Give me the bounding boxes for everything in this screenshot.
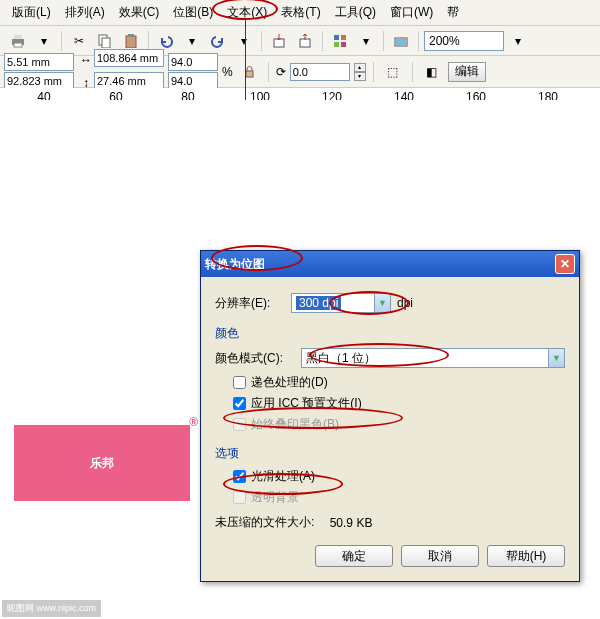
- transparent-bg-checkbox: 透明背景: [233, 489, 565, 506]
- menu-window[interactable]: 窗口(W): [384, 2, 439, 23]
- watermark: 昵图网 www.nipic.com: [2, 600, 101, 617]
- app-dropdown[interactable]: ▾: [354, 30, 378, 52]
- menu-effects[interactable]: 效果(C): [113, 2, 166, 23]
- overprint-black-checkbox: 始终叠印黑色(B): [233, 416, 565, 433]
- svg-rect-11: [334, 42, 339, 47]
- chevron-down-icon[interactable]: ▼: [374, 294, 390, 312]
- import-button[interactable]: [267, 30, 291, 52]
- svg-rect-2: [14, 43, 22, 47]
- selected-bitmap-object[interactable]: 乐邦 ®: [14, 425, 190, 501]
- separator: [412, 62, 413, 82]
- dialog-titlebar[interactable]: 转换为位图 ✕: [201, 251, 579, 277]
- bitmap-tool-button[interactable]: ◧: [420, 61, 444, 83]
- svg-rect-8: [300, 39, 310, 47]
- dialog-title: 转换为位图: [205, 256, 265, 273]
- scale-x-field[interactable]: [168, 53, 218, 71]
- registered-mark: ®: [189, 415, 198, 429]
- separator: [268, 62, 269, 82]
- redo-button[interactable]: [206, 30, 230, 52]
- icc-profile-checkbox[interactable]: 应用 ICC 预置文件(I): [233, 395, 565, 412]
- rotate-icon: ⟳: [276, 65, 286, 79]
- undo-dropdown[interactable]: ▾: [180, 30, 204, 52]
- menu-text[interactable]: 文本(X): [221, 2, 273, 23]
- menu-bar: 版面(L) 排列(A) 效果(C) 位图(B) 文本(X) 表格(T) 工具(Q…: [0, 0, 600, 26]
- menu-table[interactable]: 表格(T): [275, 2, 326, 23]
- redo-dropdown[interactable]: ▾: [232, 30, 256, 52]
- help-button[interactable]: 帮助(H): [487, 545, 565, 567]
- chevron-down-icon[interactable]: ▼: [548, 349, 564, 367]
- dither-checkbox[interactable]: 递色处理的(D): [233, 374, 565, 391]
- group-options-label: 选项: [215, 439, 239, 462]
- zoom-combo[interactable]: [424, 31, 504, 51]
- convert-to-bitmap-dialog: 转换为位图 ✕ 分辨率(E): 300 dpi▼ dpi 颜色 颜色模式(C):…: [200, 250, 580, 582]
- menu-layout[interactable]: 版面(L): [6, 2, 57, 23]
- print-button[interactable]: [6, 30, 30, 52]
- angle-spinner[interactable]: ▴▾: [354, 63, 366, 81]
- filesize-label: 未压缩的文件大小:: [215, 514, 314, 531]
- svg-rect-6: [128, 34, 134, 37]
- welcome-button[interactable]: [389, 30, 413, 52]
- svg-rect-5: [126, 36, 136, 48]
- separator: [148, 31, 149, 51]
- separator: [322, 31, 323, 51]
- svg-rect-10: [341, 35, 346, 40]
- export-button[interactable]: [293, 30, 317, 52]
- separator: [418, 31, 419, 51]
- filesize-value: 50.9 KB: [330, 516, 373, 530]
- antialias-checkbox[interactable]: 光滑处理(A): [233, 468, 565, 485]
- x-field[interactable]: [4, 53, 74, 71]
- separator: [61, 31, 62, 51]
- svg-rect-4: [102, 38, 110, 48]
- color-mode-label: 颜色模式(C):: [215, 350, 295, 367]
- mirror-h-button[interactable]: ⬚: [381, 61, 405, 83]
- edit-bitmap-button[interactable]: 编辑: [448, 62, 486, 82]
- separator: [261, 31, 262, 51]
- close-button[interactable]: ✕: [555, 254, 575, 274]
- cancel-button[interactable]: 取消: [401, 545, 479, 567]
- resolution-label: 分辨率(E):: [215, 295, 285, 312]
- dpi-unit-label: dpi: [397, 296, 413, 310]
- ok-button[interactable]: 确定: [315, 545, 393, 567]
- print-dropdown[interactable]: ▾: [32, 30, 56, 52]
- svg-rect-1: [14, 35, 22, 39]
- group-color-label: 颜色: [215, 319, 239, 342]
- svg-rect-12: [341, 42, 346, 47]
- logo-text: 乐邦: [90, 455, 114, 472]
- lock-ratio-button[interactable]: [237, 61, 261, 83]
- separator: [383, 31, 384, 51]
- color-mode-combo[interactable]: 黑白（1 位）▼: [301, 348, 565, 368]
- svg-rect-14: [396, 39, 406, 45]
- menu-help[interactable]: 帮: [441, 2, 465, 23]
- percent-label: %: [222, 65, 233, 79]
- svg-rect-15: [246, 71, 253, 77]
- property-bar: ↔ ↕ % ⟳ ▴▾ ⬚ ◧ 编辑: [0, 56, 600, 88]
- width-field[interactable]: [94, 49, 164, 67]
- menu-arrange[interactable]: 排列(A): [59, 2, 111, 23]
- width-icon: ↔: [78, 49, 94, 71]
- menu-bitmap[interactable]: 位图(B): [167, 2, 219, 23]
- angle-field[interactable]: [290, 63, 350, 81]
- app-launcher-button[interactable]: [328, 30, 352, 52]
- menu-tools[interactable]: 工具(Q): [329, 2, 382, 23]
- zoom-dropdown[interactable]: ▾: [506, 30, 530, 52]
- separator: [373, 62, 374, 82]
- svg-rect-9: [334, 35, 339, 40]
- resolution-combo[interactable]: 300 dpi▼: [291, 293, 391, 313]
